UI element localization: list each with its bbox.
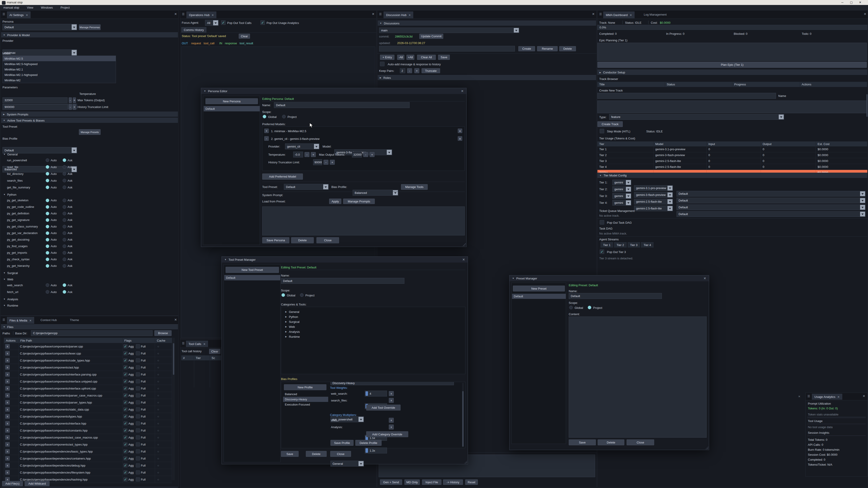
close-panel-icon[interactable]: ✕ bbox=[174, 12, 177, 16]
remove-file-button[interactable]: x bbox=[5, 414, 10, 419]
model-list-item[interactable]: MiniMax-M2.5 bbox=[3, 56, 116, 61]
max-tokens-plus-button[interactable]: + bbox=[73, 97, 76, 103]
add-category-override-button[interactable]: Add Category Override bbox=[366, 431, 408, 437]
truncate-button[interactable]: Truncate bbox=[422, 68, 440, 73]
full-checkbox[interactable] bbox=[136, 456, 140, 460]
remove-file-button[interactable]: x bbox=[5, 428, 10, 433]
stream-tab[interactable]: Tier 2 bbox=[614, 242, 627, 248]
tab-log-management[interactable]: Log Management bbox=[644, 13, 666, 16]
tab-mma-dashboard[interactable]: MMA Dashboard✕ bbox=[603, 11, 634, 18]
manage-tools-button[interactable]: Manage Tools bbox=[401, 184, 428, 190]
files-scrollbar[interactable] bbox=[173, 338, 175, 480]
agg-checkbox[interactable] bbox=[123, 414, 127, 418]
full-checkbox[interactable] bbox=[136, 435, 140, 440]
tpm-titlebar[interactable]: ▼ Tool Preset Manager ✕ bbox=[222, 257, 468, 263]
tool-preset-list-item[interactable]: Default bbox=[224, 275, 280, 281]
persona-editor-titlebar[interactable]: ▼ Persona Editor ✕ bbox=[201, 88, 466, 94]
browse-button[interactable]: Browse bbox=[154, 330, 172, 336]
slider-thumb[interactable] bbox=[366, 448, 368, 453]
auto-radio[interactable] bbox=[46, 245, 49, 248]
remove-override-button[interactable]: x bbox=[389, 424, 394, 429]
discussion-select[interactable]: main bbox=[379, 28, 519, 33]
agg-checkbox[interactable] bbox=[123, 408, 127, 412]
auto-add-checkbox[interactable] bbox=[380, 62, 384, 66]
group-web[interactable]: ▼Web bbox=[3, 277, 175, 282]
full-checkbox[interactable] bbox=[136, 477, 140, 482]
remove-file-button[interactable]: x bbox=[5, 344, 10, 349]
temp-plus-button[interactable]: + bbox=[311, 152, 316, 157]
pref-provider-select[interactable]: gemini_cli bbox=[285, 143, 319, 149]
group-surgical[interactable]: ▼Surgical bbox=[3, 270, 175, 275]
tier-preset-select[interactable]: Default bbox=[677, 211, 866, 217]
close-tab-icon[interactable]: ✕ bbox=[203, 343, 206, 346]
full-checkbox[interactable] bbox=[136, 344, 140, 348]
tab-theme[interactable]: Theme bbox=[70, 318, 79, 322]
popout-task-dag-checkbox[interactable] bbox=[600, 220, 604, 225]
ask-radio[interactable] bbox=[63, 231, 66, 235]
stream-tab[interactable]: Tier 3 bbox=[628, 242, 640, 248]
full-checkbox[interactable] bbox=[136, 463, 140, 467]
rename-discussion-button[interactable]: Rename bbox=[537, 46, 558, 51]
apply-button[interactable]: Apply bbox=[329, 199, 341, 204]
tab-files-media[interactable]: Files & Media✕ bbox=[7, 317, 34, 324]
create-discussion-button[interactable]: Create bbox=[518, 46, 535, 51]
remove-file-button[interactable]: x bbox=[5, 456, 10, 461]
tool-preset-name-input[interactable]: Default bbox=[281, 278, 404, 284]
resize-grip[interactable] bbox=[705, 446, 708, 449]
auto-radio[interactable] bbox=[46, 225, 49, 228]
scope-global-radio[interactable] bbox=[569, 306, 573, 309]
scope-global-radio[interactable] bbox=[263, 115, 266, 119]
remove-file-button[interactable]: x bbox=[5, 421, 10, 426]
roles-header[interactable]: ▶Roles bbox=[378, 75, 596, 80]
save-tool-preset-button[interactable]: Save bbox=[281, 451, 299, 457]
agg-checkbox[interactable] bbox=[123, 400, 127, 404]
history-limit-plus-button[interactable]: + bbox=[73, 104, 76, 110]
close-panel-icon[interactable]: ✕ bbox=[863, 394, 865, 398]
to-history-button[interactable]: -> History bbox=[443, 480, 463, 485]
track-name-input[interactable] bbox=[597, 93, 776, 99]
ask-radio[interactable] bbox=[63, 172, 66, 175]
agg-checkbox[interactable] bbox=[123, 470, 127, 475]
save-discussion-button[interactable]: Save bbox=[438, 55, 450, 60]
ask-radio[interactable] bbox=[63, 218, 66, 222]
pm-titlebar[interactable]: ▼ Preset Manager ✕ bbox=[509, 275, 709, 281]
full-checkbox[interactable] bbox=[136, 442, 140, 447]
agg-checkbox[interactable] bbox=[123, 386, 127, 390]
tier-model-config-header[interactable]: ▼Tier Model Config bbox=[597, 173, 867, 178]
minus-all-button[interactable]: -All bbox=[397, 55, 404, 60]
remove-file-button[interactable]: x bbox=[5, 449, 10, 454]
close-tab-icon[interactable]: ✕ bbox=[29, 319, 32, 322]
ask-radio[interactable] bbox=[63, 225, 66, 228]
bias-profile-item[interactable]: Discovery-Heavy bbox=[283, 397, 328, 402]
step-mode-checkbox[interactable] bbox=[600, 129, 604, 133]
tier-provider-select[interactable]: gemini bbox=[612, 186, 631, 192]
provider-model-header[interactable]: ▼Provider & Model bbox=[1, 32, 178, 38]
ask-radio[interactable] bbox=[63, 165, 66, 169]
remove-model-button[interactable]: x bbox=[458, 129, 462, 133]
popout-tool-calls-checkbox[interactable] bbox=[221, 20, 225, 25]
auto-radio[interactable] bbox=[46, 205, 49, 209]
agg-checkbox[interactable] bbox=[123, 379, 127, 383]
focus-agent-select[interactable]: All bbox=[205, 20, 219, 26]
tier-provider-select[interactable]: gemini bbox=[612, 193, 631, 199]
plus-all-button[interactable]: +All bbox=[406, 55, 414, 60]
agg-checkbox[interactable] bbox=[123, 365, 127, 369]
persona-select[interactable]: Default bbox=[2, 24, 77, 30]
category-node[interactable]: ▶Runtime bbox=[285, 334, 465, 339]
popout-usage-checkbox[interactable] bbox=[260, 20, 265, 25]
model-list-item[interactable]: MiniMax-M2.1 bbox=[3, 67, 116, 72]
model-list-item[interactable]: MiniMax-M2.1-highspeed bbox=[3, 72, 116, 77]
ask-radio[interactable] bbox=[63, 264, 66, 268]
tab-discussion-hub[interactable]: Discussion Hub✕ bbox=[383, 11, 413, 18]
manage-prompts-button[interactable]: Manage Prompts bbox=[343, 199, 375, 204]
profile-name-input-clipped[interactable]: Discovery-Heavy bbox=[331, 382, 454, 385]
delete-persona-button[interactable]: Delete bbox=[291, 237, 314, 243]
remove-file-button[interactable]: x bbox=[5, 386, 10, 391]
full-checkbox[interactable] bbox=[136, 351, 140, 355]
auto-radio[interactable] bbox=[46, 199, 49, 202]
remove-file-button[interactable]: x bbox=[5, 400, 10, 404]
system-prompt-textarea[interactable] bbox=[262, 206, 465, 235]
save-profile-button[interactable]: Save Profile bbox=[331, 440, 353, 446]
menu-item-app[interactable]: manual slop bbox=[3, 6, 19, 9]
agg-checkbox[interactable] bbox=[123, 372, 127, 377]
